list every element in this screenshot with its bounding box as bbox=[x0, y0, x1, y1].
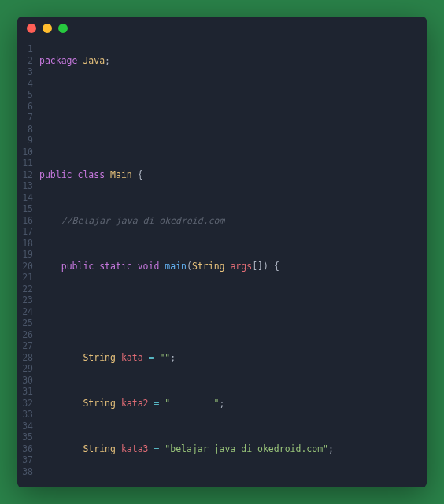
string-literal: "belajar java di okedroid.com" bbox=[165, 443, 328, 454]
code-editor[interactable]: 1234567891011121314151617181920212223242… bbox=[17, 40, 427, 487]
line-number: 24 bbox=[22, 306, 33, 318]
line-number: 7 bbox=[22, 112, 33, 124]
keyword-class: class bbox=[77, 169, 105, 180]
var-kata2: kata2 bbox=[121, 398, 149, 409]
method-main: main bbox=[165, 261, 187, 272]
line-number: 35 bbox=[22, 432, 33, 443]
line-number: 20 bbox=[22, 261, 33, 272]
titlebar bbox=[17, 17, 427, 40]
line-number: 15 bbox=[22, 203, 33, 215]
line-number: 8 bbox=[22, 124, 33, 135]
editor-window: 1234567891011121314151617181920212223242… bbox=[17, 17, 427, 487]
keyword-void: void bbox=[138, 261, 160, 272]
line-number: 5 bbox=[22, 89, 33, 101]
var-kata3: kata3 bbox=[121, 443, 149, 454]
line-number: 3 bbox=[22, 66, 33, 78]
minimize-icon[interactable] bbox=[43, 24, 52, 33]
line-number: 30 bbox=[22, 375, 33, 387]
line-number: 33 bbox=[22, 409, 33, 421]
line-number: 32 bbox=[22, 398, 33, 410]
line-number: 12 bbox=[22, 169, 33, 181]
var-kata: kata bbox=[121, 352, 143, 363]
line-number: 27 bbox=[22, 340, 33, 352]
code-content[interactable]: package Java; public class Main { //Bela… bbox=[39, 43, 427, 487]
comment: //Belajar java di okedroid.com bbox=[61, 215, 225, 226]
line-number: 23 bbox=[22, 295, 33, 306]
line-number: 1 bbox=[22, 43, 33, 55]
line-number: 6 bbox=[22, 101, 33, 113]
line-number: 29 bbox=[22, 363, 33, 375]
line-number: 38 bbox=[22, 466, 33, 478]
line-number: 26 bbox=[22, 329, 33, 341]
line-number: 31 bbox=[22, 386, 33, 398]
line-number: 11 bbox=[22, 158, 33, 169]
keyword-public: public bbox=[39, 169, 72, 180]
line-number: 4 bbox=[22, 78, 33, 90]
identifier-java: Java bbox=[83, 55, 105, 66]
line-number: 2 bbox=[22, 55, 33, 67]
line-number: 10 bbox=[22, 146, 33, 158]
line-number: 14 bbox=[22, 192, 33, 204]
line-number: 13 bbox=[22, 180, 33, 192]
line-number: 16 bbox=[22, 215, 33, 227]
class-main: Main bbox=[110, 169, 132, 180]
maximize-icon[interactable] bbox=[58, 24, 68, 33]
line-number: 17 bbox=[22, 226, 33, 238]
keyword-package: package bbox=[39, 55, 77, 66]
close-icon[interactable] bbox=[27, 24, 36, 33]
line-number: 34 bbox=[22, 421, 33, 432]
string-literal: "" bbox=[159, 352, 170, 363]
line-number: 18 bbox=[22, 238, 33, 250]
line-number: 22 bbox=[22, 284, 33, 295]
line-number: 37 bbox=[22, 454, 33, 466]
line-number: 36 bbox=[22, 443, 33, 455]
param-args: args bbox=[230, 261, 252, 272]
line-number: 25 bbox=[22, 317, 33, 329]
string-literal: " " bbox=[165, 398, 219, 409]
line-number: 21 bbox=[22, 272, 33, 284]
line-number: 9 bbox=[22, 135, 33, 146]
line-gutter: 1234567891011121314151617181920212223242… bbox=[17, 43, 39, 487]
line-number: 19 bbox=[22, 249, 33, 261]
keyword-static: static bbox=[99, 261, 132, 272]
line-number: 28 bbox=[22, 352, 33, 364]
